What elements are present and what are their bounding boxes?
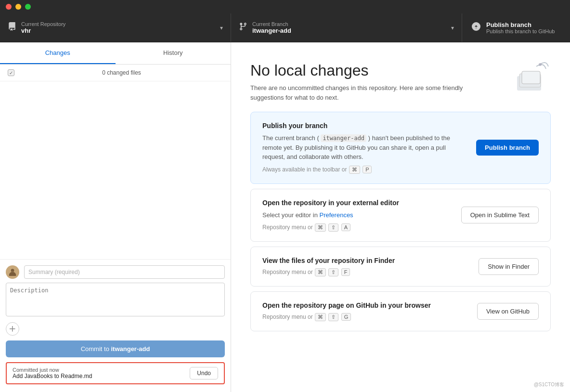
svg-point-3 [539, 63, 542, 66]
select-all-checkbox[interactable]: ✓ [8, 69, 14, 76]
title-bar [0, 0, 570, 13]
recent-commit-text: Committed just now Add JavaBooks to Read… [13, 367, 92, 379]
no-changes-illustration [512, 57, 551, 95]
kbd-f: F [341, 268, 350, 276]
add-coauthor-button[interactable] [6, 322, 19, 336]
kbd-shift-finder: ⇧ [328, 268, 338, 276]
commit-footer-row [6, 322, 225, 336]
current-repository-section[interactable]: Current Repository vhr ▾ [0, 13, 231, 42]
kbd-a: A [341, 223, 350, 231]
finder-shortcut: Repository menu or ⌘ ⇧ F [262, 268, 469, 276]
main-layout: Changes History ✓ 0 changed files Sum [0, 42, 570, 392]
changes-bar: ✓ 0 changed files [0, 65, 231, 81]
kbd-p: P [363, 166, 372, 173]
editor-shortcut: Repository menu or ⌘ ⇧ A [262, 223, 452, 232]
commit-description-input[interactable] [6, 283, 225, 316]
finder-card-title: View the files of your repository in Fin… [262, 257, 469, 264]
publish-branch-button[interactable]: Publish branch [476, 140, 539, 156]
show-in-finder-button[interactable]: Show in Finder [479, 258, 539, 275]
branch-code: itwanger-add [321, 134, 366, 142]
publish-branch-card: Publish your branch The current branch (… [250, 112, 551, 184]
kbd-shift-editor: ⇧ [328, 223, 338, 232]
changes-count: 0 changed files [20, 69, 223, 76]
open-editor-card: Open the repository in your external edi… [250, 189, 551, 242]
repo-name: vhr [21, 27, 215, 34]
file-list [0, 81, 231, 259]
commit-message: Add JavaBooks to Readme.md [13, 373, 92, 379]
branch-name: itwanger-add [252, 27, 446, 34]
kbd-cmd-finder: ⌘ [315, 268, 326, 276]
avatar [6, 265, 19, 279]
kbd-cmd-github: ⌘ [315, 313, 326, 321]
finder-card: View the files of your repository in Fin… [250, 247, 551, 287]
sidebar: Changes History ✓ 0 changed files Sum [0, 42, 231, 392]
github-card-title: Open the repository page on GitHub in yo… [262, 301, 467, 309]
commit-button[interactable]: Commit to itwanger-add [6, 340, 225, 357]
tab-changes[interactable]: Changes [0, 42, 116, 64]
toolbar: Current Repository vhr ▾ Current Branch … [0, 13, 570, 42]
repo-icon [8, 22, 16, 33]
no-changes-info: No local changes There are no uncommitte… [250, 62, 481, 102]
publish-card-title: Publish your branch [262, 122, 466, 130]
tab-history[interactable]: History [116, 42, 231, 64]
preferences-link[interactable]: Preferences [320, 211, 353, 219]
publish-shortcut: Always available in the toolbar or ⌘ P [262, 166, 466, 174]
repo-label: Current Repository [21, 21, 215, 27]
close-button[interactable] [6, 4, 12, 10]
no-changes-header: No local changes There are no uncommitte… [250, 62, 551, 102]
github-shortcut: Repository menu or ⌘ ⇧ G [262, 313, 467, 321]
publish-text: Publish branch Publish this branch to Gi… [486, 21, 555, 34]
publish-label: Publish branch [486, 21, 555, 28]
undo-button[interactable]: Undo [190, 367, 218, 379]
svg-rect-2 [522, 71, 540, 84]
current-branch-section[interactable]: Current Branch itwanger-add ▾ [231, 13, 462, 42]
github-card-text: Open the repository page on GitHub in yo… [262, 301, 467, 321]
publish-icon [472, 22, 480, 33]
no-changes-subtitle: There are no uncommitted changes in this… [250, 83, 481, 102]
commit-summary-input[interactable]: Summary (required) [24, 265, 225, 279]
minimize-button[interactable] [15, 4, 21, 10]
editor-card-title: Open the repository in your external edi… [262, 199, 452, 207]
kbd-shift-github: ⇧ [328, 313, 338, 321]
branch-chevron-icon: ▾ [451, 25, 454, 31]
repo-text: Current Repository vhr [21, 21, 215, 34]
committed-time: Committed just now [13, 367, 92, 373]
no-changes-title: No local changes [250, 62, 481, 79]
publish-card-desc: The current branch ( itwanger-add ) hasn… [262, 133, 466, 162]
recent-commit-bar: Committed just now Add JavaBooks to Read… [6, 362, 225, 384]
publish-card-text: Publish your branch The current branch (… [262, 122, 466, 174]
editor-card-text: Open the repository in your external edi… [262, 199, 452, 232]
watermark: @S1CTO博客 [534, 381, 564, 388]
github-card: Open the repository page on GitHub in yo… [250, 291, 551, 331]
branch-icon [239, 22, 247, 33]
kbd-cmd-editor: ⌘ [315, 223, 326, 232]
maximize-button[interactable] [25, 4, 31, 10]
publish-branch-toolbar-button[interactable]: Publish branch Publish this branch to Gi… [462, 13, 564, 42]
branch-label: Current Branch [252, 21, 446, 27]
finder-card-text: View the files of your repository in Fin… [262, 257, 469, 276]
commit-area: Summary (required) Commit to itwanger-ad… [0, 259, 231, 392]
sidebar-tabs: Changes History [0, 42, 231, 65]
main-content: No local changes There are no uncommitte… [231, 42, 570, 392]
view-on-github-button[interactable]: View on GitHub [477, 303, 539, 320]
open-in-sublime-button[interactable]: Open in Sublime Text [461, 207, 539, 223]
publish-sublabel: Publish this branch to GitHub [486, 28, 555, 34]
kbd-g: G [341, 313, 351, 321]
editor-card-desc: Select your editor in Preferences [262, 210, 452, 220]
repo-chevron-icon: ▾ [220, 25, 223, 31]
kbd-cmd-publish: ⌘ [349, 166, 360, 174]
commit-summary-row: Summary (required) [6, 265, 225, 279]
branch-text: Current Branch itwanger-add [252, 21, 446, 34]
action-cards: Publish your branch The current branch (… [250, 112, 551, 336]
